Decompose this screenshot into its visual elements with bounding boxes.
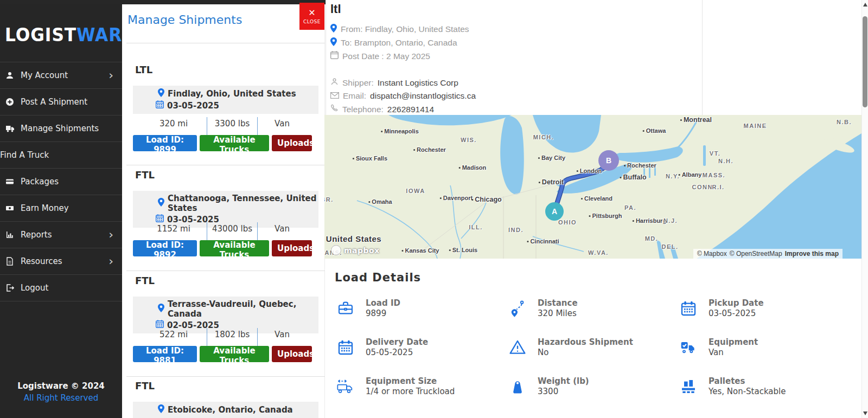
calendar-icon: [330, 51, 339, 61]
close-label: CLOSE: [303, 19, 321, 24]
map-label: Albany: [679, 171, 702, 178]
load-detail-value: 1/4 or more Truckload: [366, 387, 455, 397]
shipment-type: FTL: [135, 275, 155, 286]
load-detail-value: 05-05-2025: [366, 348, 428, 358]
improve-map-link[interactable]: Improve this map: [785, 250, 839, 258]
map-label: Minneapolis: [381, 128, 419, 134]
sidebar-item-reports[interactable]: Reports ›: [0, 222, 122, 248]
sidebar-item-find-a-truck[interactable]: Find A Truck: [0, 142, 122, 169]
load-id-button[interactable]: Load ID: 9881: [133, 346, 197, 362]
shipment-miles: 320 mi: [141, 117, 207, 128]
map-label: N.J.: [663, 217, 678, 224]
shipment-card[interactable]: FTL Terrasse-Vaudreuil, Quebec, Canada 0…: [133, 275, 318, 363]
map-label: N.H.: [718, 158, 733, 164]
map-label: Detroit: [539, 178, 564, 186]
load-id-button[interactable]: Load ID: 9892: [133, 240, 197, 256]
sidebar-item-packages[interactable]: Packages: [0, 169, 122, 195]
page-title: Manage Shipments: [127, 13, 242, 27]
close-button[interactable]: ✕ CLOSE: [299, 3, 324, 30]
shipment-card[interactable]: LTL Findlay, Ohio, United States 03-05-2…: [133, 64, 318, 152]
load-detail-label: Load ID: [366, 298, 400, 308]
available-trucks-button[interactable]: Available Trucks: [200, 346, 269, 362]
map-label: MD.: [645, 235, 659, 242]
detail-email: dispatch@instantlogistics.ca: [370, 91, 476, 101]
map-label: Harrisburg: [633, 217, 666, 224]
sidebar-item-label: Earn Money: [21, 203, 69, 213]
map-label: Rochester: [624, 162, 656, 169]
sidebar-item-post-a-shipment[interactable]: Post A Shipment: [0, 89, 122, 115]
envelope-icon: [330, 91, 339, 101]
scroll-up-arrow-icon[interactable]: [863, 3, 867, 7]
map-label: WIS.: [461, 137, 477, 143]
route-icon: [507, 299, 528, 318]
map-attribution: © Mapbox © OpenStreetMap Improve this ma…: [693, 249, 843, 259]
osm-attribution-link[interactable]: © OpenStreetMap: [730, 250, 782, 258]
load-id-button[interactable]: Load ID: 9899: [133, 135, 197, 151]
sidebar-item-resources[interactable]: Resources ›: [0, 248, 122, 275]
load-detail-item: Equipment Size 1/4 or more Truckload: [335, 376, 498, 397]
load-detail-label: Equipment: [709, 337, 758, 348]
available-trucks-button[interactable]: Available Trucks: [200, 240, 269, 256]
map-label: PA.: [624, 204, 636, 211]
map-label: Davenport: [440, 195, 473, 201]
detail-post-date: Post Date : 2 May 2025: [342, 52, 430, 61]
load-detail-item: Distance 320 Miles: [507, 298, 670, 319]
plus-circle-icon: [4, 98, 15, 106]
map-label: Montreal: [680, 116, 712, 124]
logo: LOGISTWARE: [5, 24, 117, 46]
map-label-country: United States: [326, 234, 381, 243]
sidebar: LOGISTWARE My Account › Post A Shipment: [0, 4, 122, 418]
chevron-right-icon: ›: [108, 229, 113, 241]
map-label: Kansas City: [402, 247, 439, 254]
shipment-location: Etobicoke, Ontario, Canada: [168, 405, 293, 415]
sidebar-item-my-account[interactable]: My Account ›: [0, 62, 122, 89]
map-label: Chicago: [471, 196, 501, 203]
sidebar-item-manage-shipments[interactable]: Manage Shipments: [0, 115, 122, 142]
load-detail-label: Hazardous Shipment: [538, 337, 633, 348]
chevron-right-icon: ›: [108, 255, 113, 267]
detail-to: To: Brampton, Ontario, Canada: [341, 38, 457, 48]
sidebar-item-label: Find A Truck: [0, 150, 49, 160]
pallet-icon: [678, 378, 699, 395]
scrollbar-thumb[interactable]: [863, 16, 867, 107]
shipment-equipment: Van: [258, 222, 307, 234]
uploads-button[interactable]: Uploads: [272, 135, 312, 151]
shipment-miles: 1152 mi: [141, 222, 207, 234]
load-detail-value: 3300: [538, 387, 589, 397]
shipment-weight: 1802 lbs: [207, 328, 257, 339]
mapbox-logo-text: mapbox: [344, 246, 380, 255]
sidebar-item-label: Resources: [21, 256, 62, 266]
mapbox-attribution-link[interactable]: © Mapbox: [697, 250, 727, 258]
sidebar-item-label: Manage Shipments: [21, 124, 99, 133]
divider: [126, 271, 325, 271]
uploads-button[interactable]: Uploads: [272, 240, 312, 256]
load-detail-label: Pickup Date: [709, 298, 764, 308]
shipment-weight: 43000 lbs: [207, 222, 257, 234]
map-label: Sioux Falls: [353, 155, 387, 162]
route-map[interactable]: Minneapolis WIS. Rochester Sioux Falls M…: [324, 115, 861, 259]
map-label: Rochester: [413, 146, 446, 153]
mapbox-logo: mapbox: [331, 245, 380, 255]
sidebar-item-earn-money[interactable]: Earn Money: [0, 195, 122, 222]
calendar-icon: [156, 100, 164, 111]
map-label: ILL.: [469, 224, 483, 230]
load-detail-value: 03-05-2025: [709, 308, 764, 319]
sidebar-item-label: My Account: [21, 70, 68, 80]
chart-icon: [4, 230, 15, 239]
divider: [126, 43, 325, 43]
scroll-down-arrow-icon[interactable]: [863, 411, 867, 415]
load-detail-item: Weight (lb) 3300: [507, 376, 670, 397]
available-trucks-button[interactable]: Available Trucks: [200, 135, 269, 151]
detail-shipper-row: Shipper: Instant Logistics Corp: [330, 78, 458, 88]
logout-icon: [4, 284, 15, 292]
uploads-button[interactable]: Uploads: [272, 346, 312, 362]
map-label: London: [577, 168, 602, 174]
sidebar-item-logout[interactable]: Logout: [0, 275, 122, 301]
shipment-card[interactable]: FTL Etobicoke, Ontario, Canada: [133, 380, 318, 418]
detail-shipper: Instant Logistics Corp: [378, 78, 458, 88]
shipment-card[interactable]: FTL Chattanooga, Tennessee, United State…: [133, 169, 318, 257]
scrollbar[interactable]: [861, 0, 868, 418]
detail-phone-row: Telephone: 2262891414: [330, 104, 434, 114]
origin-marker: A: [545, 202, 564, 221]
money-icon: [4, 204, 15, 213]
